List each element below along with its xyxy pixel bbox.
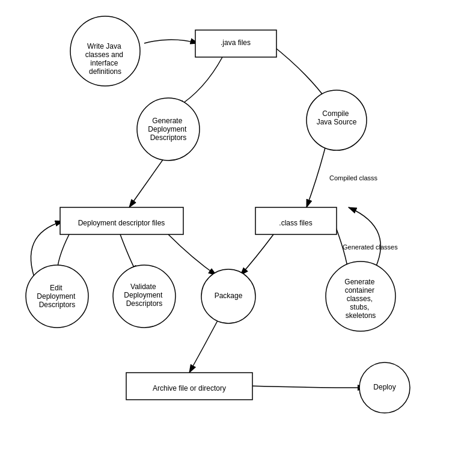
diagram-svg: Compiled classs Generated classes Write … bbox=[0, 0, 476, 449]
node-deploy-text: Deploy bbox=[373, 383, 395, 391]
edge-javafiles-compile bbox=[270, 44, 328, 101]
edge-package-archive bbox=[189, 317, 219, 373]
node-java-files-text: .java files bbox=[221, 38, 251, 47]
node-gen-deploy-desc-text: Generate Deployment Descriptors bbox=[148, 117, 188, 142]
edge-archive-deploy bbox=[249, 386, 365, 388]
node-package-text: Package bbox=[215, 292, 243, 300]
node-gen-container-text: Generate container classes, stubs, skele… bbox=[344, 278, 376, 320]
node-archive-file-text: Archive file or directory bbox=[153, 384, 226, 392]
edge-javafiles-gendesc bbox=[177, 57, 222, 107]
edge-label-compiled: Compiled classs bbox=[329, 174, 378, 182]
node-write-java-text: Write Java classes and interface definit… bbox=[85, 42, 126, 76]
edge-writejava-javafiles bbox=[144, 40, 198, 43]
edge-classfiles-package bbox=[240, 234, 273, 275]
node-class-files-text: .class files bbox=[279, 219, 312, 227]
edge-descfiles-package bbox=[168, 234, 216, 275]
edge-label-generated: Generated classes bbox=[343, 243, 398, 251]
node-compile-java-text: Compile Java Source bbox=[317, 109, 357, 126]
edge-compile-classfiles bbox=[307, 143, 326, 207]
node-deploy-desc-files-text: Deployment descriptor files bbox=[78, 219, 165, 227]
